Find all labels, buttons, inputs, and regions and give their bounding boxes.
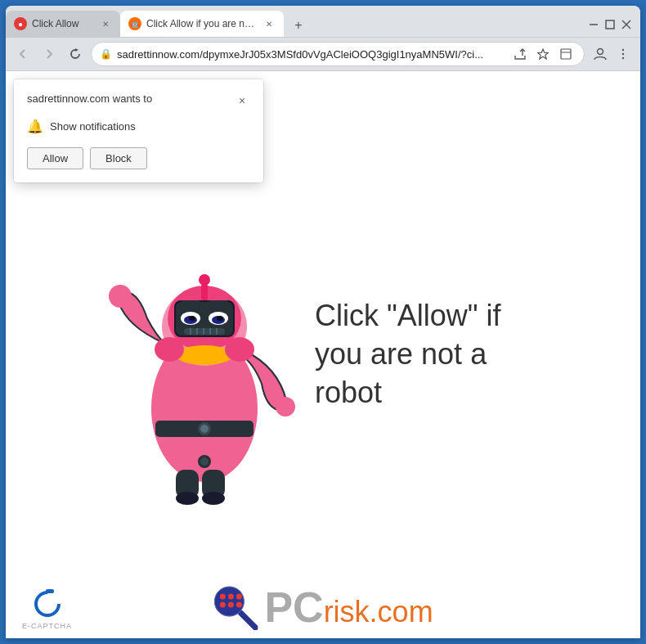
captcha-text: E-CAPTCHA <box>22 622 72 630</box>
svg-rect-1 <box>606 20 614 29</box>
svg-point-46 <box>276 397 295 417</box>
svg-point-42 <box>202 492 225 505</box>
popup-buttons: Allow Block <box>27 147 250 169</box>
tab1-favicon: ● <box>14 17 27 30</box>
svg-point-10 <box>622 57 624 59</box>
svg-rect-5 <box>561 49 571 59</box>
svg-point-52 <box>220 602 226 608</box>
svg-point-22 <box>189 316 195 321</box>
forward-button[interactable] <box>38 43 60 65</box>
tab-bar: ● Click Allow ✕ 🤖 Click Allow if you are… <box>6 6 640 37</box>
svg-rect-27 <box>209 300 228 308</box>
tab2-favicon: 🤖 <box>128 17 141 30</box>
svg-marker-4 <box>538 49 549 59</box>
profile-button[interactable] <box>590 43 611 65</box>
tab1-title: Click Allow <box>32 18 94 29</box>
popup-title: sadrettinnow.com wants to <box>27 92 152 105</box>
main-text: Click "Allow" if you are not a robot <box>315 297 544 412</box>
popup-permission: 🔔 Show notifications <box>27 119 250 134</box>
new-tab-button[interactable]: + <box>287 14 310 37</box>
pcrisk-text-container: PCrisk.com <box>264 586 433 629</box>
svg-point-36 <box>176 345 233 365</box>
share-icon[interactable] <box>510 44 530 64</box>
svg-point-9 <box>622 53 624 55</box>
close-button[interactable] <box>619 17 634 32</box>
svg-rect-34 <box>201 284 208 300</box>
toolbar-right <box>590 43 634 65</box>
svg-rect-26 <box>181 300 200 308</box>
svg-point-45 <box>109 285 132 308</box>
svg-point-14 <box>200 425 209 433</box>
svg-point-55 <box>236 602 242 608</box>
tab-1[interactable]: ● Click Allow ✕ <box>6 11 120 37</box>
risk-text: risk.com <box>324 595 433 628</box>
svg-point-44 <box>200 457 209 466</box>
address-bar[interactable]: 🔒 sadrettinnow.com/dpymxeJrJ05x3MSfd0vVg… <box>91 42 585 66</box>
lock-icon: 🔒 <box>100 48 112 60</box>
svg-point-53 <box>228 602 234 608</box>
svg-line-56 <box>240 613 255 628</box>
url-text: sadrettinnow.com/dpymxeJrJ05x3MSfd0vVgAC… <box>117 48 505 61</box>
svg-rect-47 <box>46 589 54 593</box>
maximize-button[interactable] <box>603 17 617 32</box>
robot-illustration <box>102 228 298 507</box>
window-controls <box>586 17 640 37</box>
pcrisk-magnifier-icon <box>213 585 258 630</box>
star-icon[interactable] <box>533 44 553 64</box>
allow-button[interactable]: Allow <box>27 147 83 169</box>
pcrisk-logo: PCrisk.com <box>213 585 433 630</box>
tab2-title: Click Allow if you are not a robot <box>146 18 258 29</box>
tab-2[interactable]: 🤖 Click Allow if you are not a robot ✕ <box>120 11 284 37</box>
menu-button[interactable] <box>612 43 634 65</box>
extension-icon[interactable] <box>556 44 576 64</box>
refresh-button[interactable] <box>65 43 86 65</box>
permission-text: Show notifications <box>50 120 136 133</box>
address-actions <box>510 44 576 64</box>
toolbar: 🔒 sadrettinnow.com/dpymxeJrJ05x3MSfd0vVg… <box>6 37 640 71</box>
svg-point-54 <box>236 594 242 600</box>
svg-point-50 <box>220 594 226 600</box>
block-button[interactable]: Block <box>90 147 147 169</box>
svg-point-38 <box>225 337 254 362</box>
svg-point-37 <box>155 337 184 362</box>
svg-point-41 <box>176 492 199 505</box>
svg-point-51 <box>228 594 234 600</box>
tab2-close[interactable]: ✕ <box>262 17 276 30</box>
minimize-button[interactable] <box>586 17 601 32</box>
svg-point-8 <box>622 49 624 51</box>
svg-point-7 <box>598 49 603 55</box>
page-content: sadrettinnow.com wants to × 🔔 Show notif… <box>6 71 640 638</box>
popup-header: sadrettinnow.com wants to × <box>27 92 250 109</box>
svg-point-25 <box>217 316 223 321</box>
browser-window: ● Click Allow ✕ 🤖 Click Allow if you are… <box>6 6 640 638</box>
notification-popup: sadrettinnow.com wants to × 🔔 Show notif… <box>14 79 263 182</box>
tab1-close[interactable]: ✕ <box>99 17 112 30</box>
pc-text: PC <box>264 583 323 631</box>
svg-point-35 <box>199 274 210 286</box>
bell-icon: 🔔 <box>27 119 43 134</box>
captcha-logo: E-CAPTCHA <box>22 588 72 630</box>
popup-close-button[interactable]: × <box>234 92 250 109</box>
back-button[interactable] <box>12 43 34 65</box>
bottom-logos: E-CAPTCHA <box>22 588 72 630</box>
captcha-icon <box>31 588 64 620</box>
